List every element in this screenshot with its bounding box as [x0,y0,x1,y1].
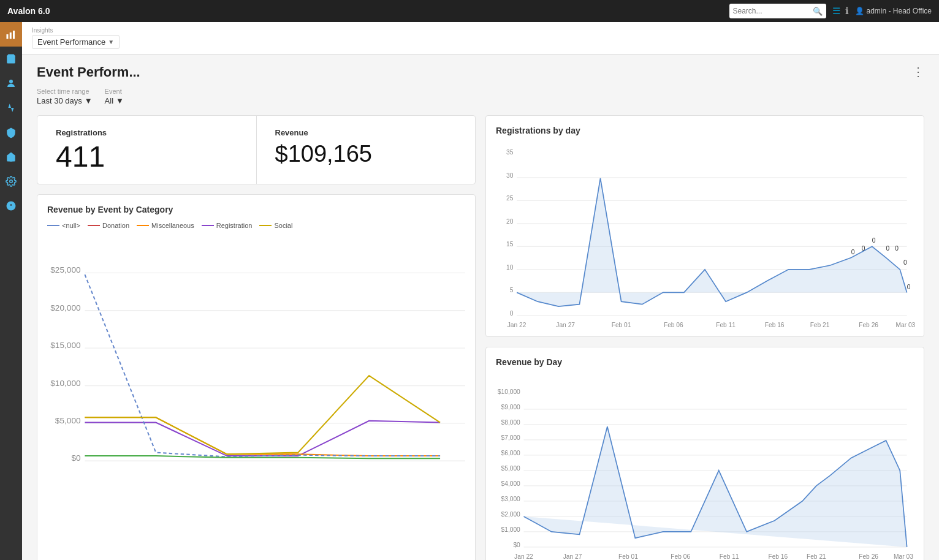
revenue-label: Revenue [275,128,457,137]
svg-text:Feb 01: Feb 01 [612,322,631,328]
stats-row: Registrations 411 Revenue $109,165 [37,115,476,184]
svg-text:0: 0 [510,310,514,317]
revenue-by-day-card: Revenue by Day $0 $1,000 $2,000 $3,000 $… [485,347,924,560]
revenue-by-day-title: Revenue by Day [496,357,914,367]
topbar-right: 🔍 ☰ ℹ 👤 admin - Head Office [729,4,932,18]
legend-misc-label: Miscellaneous [151,222,194,229]
legend-social-label: Social [274,222,292,229]
event-select[interactable]: All ▼ [105,96,124,105]
sidebar-item-security[interactable] [0,120,22,145]
svg-text:$0: $0 [513,541,520,548]
svg-text:0: 0 [862,245,865,252]
legend-misc: Miscellaneous [137,222,194,229]
registrations-card: Registrations 411 [37,116,257,184]
more-options-button[interactable]: ⋮ [912,64,924,79]
dropdown-bar: Insights Event Performance ▼ [22,22,939,55]
search-icon: 🔍 [813,7,823,16]
time-range-chevron: ▼ [85,96,93,105]
svg-text:$3,000: $3,000 [501,495,521,502]
registrations-label: Registrations [56,128,238,137]
svg-text:Feb 06: Feb 06 [664,322,683,328]
time-range-select[interactable]: Last 30 days ▼ [37,96,93,105]
svg-text:Feb 21: Feb 21 [807,553,826,560]
legend-null: <null> [47,222,80,229]
svg-text:5: 5 [510,287,514,293]
svg-text:10: 10 [506,264,514,271]
sidebar-item-insights[interactable] [0,22,22,47]
sidebar-item-home[interactable] [0,145,22,169]
insights-dropdown[interactable]: Event Performance ▼ [32,35,120,49]
svg-point-5 [10,180,13,183]
legend-donation-label: Donation [102,222,129,229]
search-input[interactable] [733,7,813,15]
svg-text:0: 0 [851,249,855,255]
svg-text:$5,000: $5,000 [55,416,81,425]
svg-text:0: 0 [907,284,911,290]
page-content: ⋮ Event Perform... Select time range Las… [22,55,939,560]
svg-text:Feb 26: Feb 26 [859,553,878,560]
svg-marker-36 [517,178,907,306]
svg-text:Feb 11: Feb 11 [720,553,739,560]
svg-text:Jan 22: Jan 22 [514,553,533,560]
svg-text:$8,000: $8,000 [501,418,521,425]
svg-text:0: 0 [872,237,876,244]
sidebar-item-settings[interactable] [0,169,22,194]
sidebar-item-reports[interactable] [0,96,22,120]
svg-text:$0: $0 [71,453,81,463]
dropdown-insights-label: Insights [32,27,120,34]
sidebar-item-shop[interactable] [0,47,22,71]
registrations-by-day-chart: 0 5 10 15 20 25 30 35 [496,143,914,324]
event-value: All [105,96,113,105]
svg-text:20: 20 [506,218,514,225]
svg-text:Jan 27: Jan 27 [556,322,575,328]
legend-registration: Registration [202,222,253,229]
event-chevron: ▼ [116,96,124,105]
svg-text:Feb 21: Feb 21 [810,322,830,328]
insights-dropdown-value: Event Performance [37,37,105,47]
svg-text:$15,000: $15,000 [50,341,81,350]
svg-text:Feb 11: Feb 11 [716,322,736,328]
svg-text:0: 0 [895,245,899,252]
svg-text:0: 0 [903,259,907,266]
search-box[interactable]: 🔍 [729,4,826,18]
sidebar [0,22,22,560]
sidebar-item-info[interactable] [0,194,22,218]
svg-point-4 [9,80,13,83]
svg-text:$10,000: $10,000 [50,379,81,388]
svg-rect-2 [13,31,15,39]
time-range-filter: Select time range Last 30 days ▼ [37,88,93,105]
revenue-by-event-chart: $0 $5,000 $10,000 $15,000 $20,000 $25,00… [47,235,465,469]
svg-text:$25,000: $25,000 [50,265,81,274]
legend-null-label: <null> [62,222,80,229]
legend-donation: Donation [88,222,129,229]
svg-text:15: 15 [506,241,514,248]
list-icon[interactable]: ☰ [832,6,840,17]
svg-text:$9,000: $9,000 [501,403,521,410]
legend-social: Social [259,222,292,229]
svg-text:Mar 03: Mar 03 [894,553,913,560]
svg-text:Feb 16: Feb 16 [768,553,788,560]
revenue-value: $109,165 [275,142,457,165]
revenue-by-event-card: Revenue by Event by Category <null> Dona… [37,194,476,560]
revenue-card: Revenue $109,165 [257,116,476,184]
legend-registration-label: Registration [216,222,253,229]
admin-label: 👤 admin - Head Office [855,7,932,15]
registrations-value: 411 [56,142,238,172]
svg-text:Mar 03: Mar 03 [895,322,915,328]
svg-text:Feb 01: Feb 01 [618,553,638,560]
sidebar-item-contacts[interactable] [0,71,22,96]
svg-text:25: 25 [506,195,514,202]
page-title: Event Perform... [37,64,924,80]
svg-text:$5,000: $5,000 [501,464,521,471]
svg-text:$6,000: $6,000 [501,449,521,456]
event-label: Event [105,88,124,95]
event-filter: Event All ▼ [105,88,124,105]
time-range-value: Last 30 days [37,96,82,105]
admin-icon: 👤 [855,7,864,15]
svg-text:$10,000: $10,000 [498,388,520,395]
info-icon[interactable]: ℹ [845,6,849,17]
app-title: Avalon 6.0 [7,6,50,16]
revenue-by-event-legend: <null> Donation Miscellaneous [47,222,465,229]
svg-rect-1 [10,32,12,39]
time-range-label: Select time range [37,88,93,95]
